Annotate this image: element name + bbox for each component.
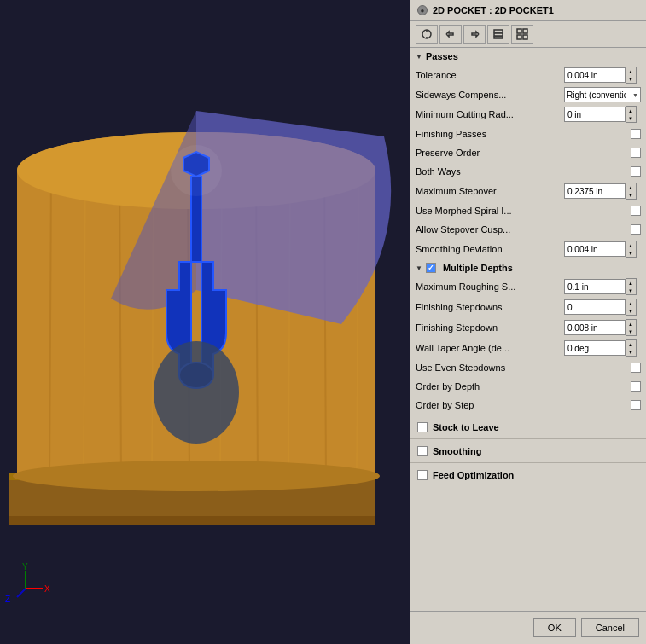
svg-rect-46 bbox=[523, 29, 527, 33]
svg-rect-45 bbox=[517, 29, 521, 33]
finishing-passes-row: Finishing Passes bbox=[410, 125, 646, 143]
smoothing-section[interactable]: Smoothing bbox=[410, 438, 646, 462]
tolerance-down[interactable]: ▼ bbox=[626, 75, 636, 83]
order-by-depth-checkbox[interactable] bbox=[631, 381, 641, 392]
bottom-buttons: OK Cancel bbox=[410, 611, 646, 644]
svg-point-31 bbox=[154, 341, 239, 444]
max-roughing-spinner: ▲ ▼ bbox=[626, 278, 637, 295]
order-by-step-checkbox-wrap bbox=[631, 400, 641, 410]
svg-rect-44 bbox=[494, 37, 503, 38]
order-by-depth-row: Order by Depth bbox=[410, 377, 646, 396]
use-even-stepdowns-checkbox[interactable] bbox=[631, 363, 641, 373]
allow-stepover-checkbox[interactable] bbox=[631, 224, 641, 235]
toolbar-btn-1[interactable] bbox=[416, 25, 438, 44]
max-stepover-down[interactable]: ▼ bbox=[626, 191, 636, 199]
passes-label: Passes bbox=[426, 51, 458, 61]
finishing-stepdowns-down[interactable]: ▼ bbox=[626, 307, 636, 315]
right-panel: ● 2D POCKET : 2D POCKET1 bbox=[410, 0, 646, 644]
finishing-stepdown-row: Finishing Stepdown ▲ ▼ bbox=[410, 317, 646, 338]
finishing-stepdown-spinner: ▲ ▼ bbox=[626, 319, 637, 336]
tolerance-input[interactable] bbox=[564, 67, 626, 83]
order-by-step-checkbox[interactable] bbox=[631, 400, 641, 410]
sideways-comp-arrow: ▼ bbox=[632, 92, 638, 98]
preserve-order-row: Preserve Order bbox=[410, 143, 646, 162]
order-by-depth-label: Order by Depth bbox=[416, 381, 631, 392]
finishing-stepdown-up[interactable]: ▲ bbox=[626, 320, 636, 328]
finishing-stepdowns-group: ▲ ▼ bbox=[564, 299, 641, 316]
finishing-stepdowns-up[interactable]: ▲ bbox=[626, 299, 636, 307]
toolbar-btn-2[interactable] bbox=[439, 25, 462, 44]
title-icon: ● bbox=[417, 5, 428, 15]
panel-content[interactable]: ▼ Passes Tolerance ▲ ▼ Sideways Compens.… bbox=[410, 48, 646, 611]
toolbar-btn-5[interactable] bbox=[511, 25, 533, 44]
max-roughing-input[interactable] bbox=[564, 279, 626, 294]
finishing-passes-checkbox[interactable] bbox=[631, 129, 641, 139]
wall-taper-down[interactable]: ▼ bbox=[626, 348, 636, 356]
max-roughing-up[interactable]: ▲ bbox=[626, 279, 636, 287]
allow-stepover-checkbox-wrap bbox=[631, 224, 641, 235]
smoothing-dev-down[interactable]: ▼ bbox=[626, 249, 636, 257]
stock-to-leave-section[interactable]: Stock to Leave bbox=[410, 415, 646, 438]
preserve-order-checkbox[interactable] bbox=[631, 148, 641, 158]
smoothing-dev-input[interactable] bbox=[564, 241, 626, 257]
min-cutting-rad-input[interactable] bbox=[564, 107, 626, 122]
tolerance-up[interactable]: ▲ bbox=[626, 67, 636, 75]
sideways-comp-value: Right (conventior... bbox=[567, 90, 626, 100]
both-ways-checkbox-wrap bbox=[631, 166, 641, 177]
morphed-spiral-checkbox[interactable] bbox=[631, 206, 641, 216]
wall-taper-up[interactable]: ▲ bbox=[626, 340, 636, 348]
passes-section-header[interactable]: ▼ Passes bbox=[410, 48, 646, 65]
svg-rect-26 bbox=[9, 516, 375, 525]
toolbar-btn-4[interactable] bbox=[487, 25, 509, 44]
feed-optimization-section[interactable]: Feed Optimization bbox=[410, 462, 646, 486]
svg-rect-42 bbox=[494, 30, 503, 32]
ok-button[interactable]: OK bbox=[533, 618, 576, 637]
passes-arrow: ▼ bbox=[416, 53, 422, 61]
morphed-spiral-checkbox-wrap bbox=[631, 206, 641, 216]
allow-stepover-row: Allow Stepover Cusp... bbox=[410, 220, 646, 239]
finishing-passes-checkbox-wrap bbox=[631, 129, 641, 139]
tolerance-label: Tolerance bbox=[416, 70, 564, 80]
min-cutting-rad-up[interactable]: ▲ bbox=[626, 107, 636, 114]
finishing-stepdown-down[interactable]: ▼ bbox=[626, 328, 636, 335]
sideways-comp-label: Sideways Compens... bbox=[416, 90, 564, 100]
smoothing-dev-up[interactable]: ▲ bbox=[626, 241, 636, 249]
tolerance-input-group: ▲ ▼ bbox=[564, 67, 641, 84]
finishing-stepdown-input[interactable] bbox=[564, 320, 626, 335]
multiple-depths-content: Maximum Roughing S... ▲ ▼ Finishing Step… bbox=[410, 276, 646, 415]
max-roughing-label: Maximum Roughing S... bbox=[416, 281, 564, 292]
min-cutting-rad-down[interactable]: ▼ bbox=[626, 114, 636, 122]
title-text: 2D POCKET : 2D POCKET1 bbox=[433, 5, 554, 15]
stock-to-leave-checkbox[interactable] bbox=[417, 422, 428, 432]
cancel-button[interactable]: Cancel bbox=[581, 618, 639, 637]
smoothing-label: Smoothing bbox=[433, 446, 481, 456]
feed-optimization-checkbox[interactable] bbox=[417, 470, 428, 480]
multiple-depths-checkbox[interactable]: ✓ bbox=[426, 263, 436, 273]
svg-point-27 bbox=[13, 461, 380, 491]
max-stepover-input[interactable] bbox=[564, 183, 626, 199]
max-stepover-label: Maximum Stepover bbox=[416, 186, 564, 196]
3d-viewport[interactable]: X Y Z bbox=[0, 0, 410, 644]
order-by-step-label: Order by Step bbox=[416, 400, 631, 410]
both-ways-checkbox[interactable] bbox=[631, 166, 641, 177]
multiple-depths-arrow: ▼ bbox=[416, 264, 422, 272]
svg-point-32 bbox=[171, 145, 222, 196]
sideways-comp-dropdown[interactable]: Right (conventior... ▼ bbox=[564, 87, 641, 102]
order-by-step-row: Order by Step bbox=[410, 396, 646, 415]
max-roughing-down[interactable]: ▼ bbox=[626, 287, 636, 294]
finishing-stepdowns-input[interactable] bbox=[564, 299, 626, 315]
min-cutting-rad-spinner: ▲ ▼ bbox=[626, 106, 637, 123]
svg-text:Z: Z bbox=[5, 595, 10, 604]
wall-taper-row: Wall Taper Angle (de... ▲ ▼ bbox=[410, 338, 646, 358]
use-even-stepdowns-row: Use Even Stepdowns bbox=[410, 358, 646, 377]
toolbar-btn-3[interactable] bbox=[463, 25, 486, 44]
finishing-passes-label: Finishing Passes bbox=[416, 129, 631, 139]
max-stepover-up[interactable]: ▲ bbox=[626, 183, 636, 191]
tolerance-row: Tolerance ▲ ▼ bbox=[410, 65, 646, 85]
wall-taper-input[interactable] bbox=[564, 340, 626, 356]
svg-rect-43 bbox=[494, 33, 503, 36]
multiple-depths-header[interactable]: ▼ ✓ Multiple Depths bbox=[410, 259, 646, 276]
min-cutting-rad-group: ▲ ▼ bbox=[564, 106, 641, 123]
smoothing-checkbox[interactable] bbox=[417, 446, 428, 456]
order-by-depth-checkbox-wrap bbox=[631, 381, 641, 392]
